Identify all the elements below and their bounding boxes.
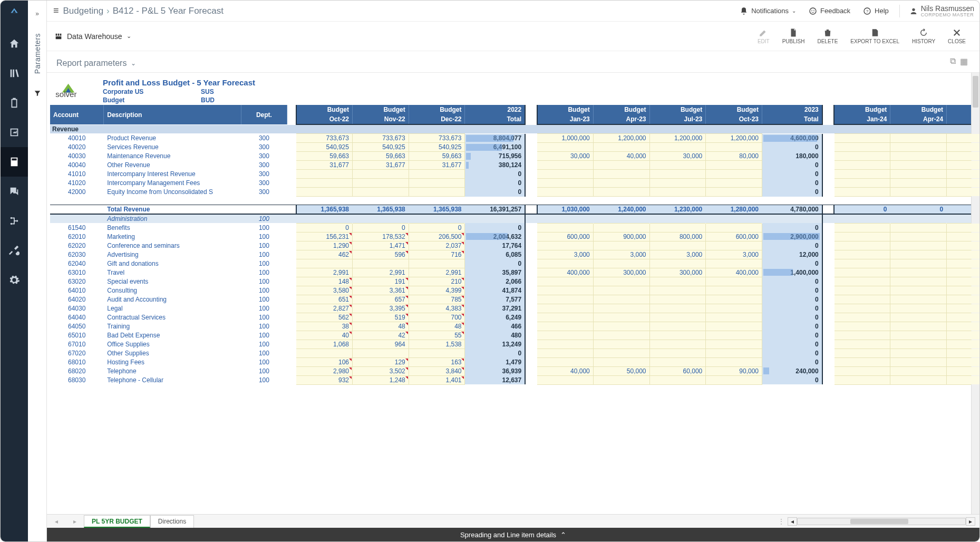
editable-cell[interactable] [352,170,409,179]
editable-cell[interactable] [890,143,947,152]
editable-cell[interactable]: 30,000 [649,152,706,161]
editable-cell[interactable]: 400,000 [706,268,762,277]
editable-cell[interactable]: 42 [352,331,409,340]
editable-cell[interactable]: 129 [352,357,409,366]
editable-cell[interactable]: 0 [409,223,465,232]
editable-cell[interactable]: 40,000 [593,152,649,161]
editable-cell[interactable] [593,357,649,366]
sheet-scroll-area[interactable]: solver Profit and Loss Budget - 5 Year F… [47,72,979,514]
grid-view-icon[interactable]: ▦ [960,56,968,66]
editable-cell[interactable] [834,143,890,152]
horizontal-scrollbar[interactable]: ⋮ ◂ ▸ [775,515,979,528]
editable-cell[interactable]: 716 [409,250,465,259]
help-button[interactable]: ? Help [857,7,895,15]
editable-cell[interactable] [890,349,947,357]
editable-cell[interactable] [947,322,979,331]
editable-cell[interactable]: 657 [352,295,409,304]
editable-cell[interactable]: 4,383 [409,304,465,313]
editable-cell[interactable] [947,250,979,259]
editable-cell[interactable] [537,223,594,232]
editable-cell[interactable] [834,295,890,304]
filter-icon[interactable] [34,90,41,99]
editable-cell[interactable] [649,295,706,304]
editable-cell[interactable]: 3,000 [706,250,762,259]
export-excel-button[interactable]: EXPORT TO EXCEL [844,28,906,44]
nav-calculator-icon[interactable] [1,147,28,177]
history-button[interactable]: HISTORY [906,28,942,44]
editable-cell[interactable] [834,349,890,357]
editable-cell[interactable] [947,241,979,250]
editable-cell[interactable] [593,223,649,232]
editable-cell[interactable] [706,161,762,170]
editable-cell[interactable] [890,304,947,313]
editable-cell[interactable]: 733,673 [296,134,353,143]
editable-cell[interactable]: 600,000 [706,232,762,241]
editable-cell[interactable] [409,188,465,197]
editable-cell[interactable] [706,313,762,322]
editable-cell[interactable]: 3,000 [593,250,649,259]
editable-cell[interactable] [947,143,979,152]
editable-cell[interactable] [834,223,890,232]
editable-cell[interactable]: 30,000 [537,152,594,161]
editable-cell[interactable] [706,241,762,250]
editable-cell[interactable]: 733,673 [409,134,465,143]
editable-cell[interactable]: 2,991 [409,268,465,277]
nav-library-icon[interactable] [1,59,28,88]
editable-cell[interactable]: 80,000 [706,152,762,161]
editable-cell[interactable] [706,322,762,331]
editable-cell[interactable]: 106 [296,357,353,366]
editable-cell[interactable]: 2,980 [296,366,353,375]
editable-cell[interactable] [537,170,594,179]
editable-cell[interactable] [537,161,594,170]
editable-cell[interactable]: 540,925 [352,143,409,152]
editable-cell[interactable] [947,304,979,313]
editable-cell[interactable]: 651 [296,295,353,304]
editable-cell[interactable] [649,357,706,366]
editable-cell[interactable]: 59,663 [409,152,465,161]
breadcrumb-root[interactable]: Budgeting [63,6,104,16]
editable-cell[interactable]: 1,000,000 [537,134,594,143]
editable-cell[interactable]: 1,068 [296,340,353,349]
editable-cell[interactable]: 932 [296,375,353,384]
editable-cell[interactable] [352,349,409,357]
editable-cell[interactable] [649,161,706,170]
editable-cell[interactable] [890,259,947,268]
editable-cell[interactable] [890,250,947,259]
editable-cell[interactable]: 519 [352,313,409,322]
editable-cell[interactable]: 31,677 [409,161,465,170]
editable-cell[interactable]: 40 [296,331,353,340]
editable-cell[interactable] [890,295,947,304]
editable-cell[interactable]: 206,500 [409,232,465,241]
editable-cell[interactable] [537,179,594,188]
editable-cell[interactable] [649,286,706,295]
editable-cell[interactable] [593,241,649,250]
tab-directions[interactable]: Directions [150,515,194,528]
editable-cell[interactable] [890,286,947,295]
editable-cell[interactable] [706,143,762,152]
editable-cell[interactable]: 3,502 [352,366,409,375]
editable-cell[interactable]: 1,471 [352,241,409,250]
editable-cell[interactable] [834,179,890,188]
editable-cell[interactable]: 1,401 [409,375,465,384]
editable-cell[interactable] [706,331,762,340]
editable-cell[interactable] [890,188,947,197]
editable-cell[interactable]: 3,000 [537,250,594,259]
editable-cell[interactable] [537,286,594,295]
editable-cell[interactable]: 900,000 [593,232,649,241]
editable-cell[interactable]: 31,677 [352,161,409,170]
editable-cell[interactable] [947,170,979,179]
editable-cell[interactable] [947,357,979,366]
editable-cell[interactable] [947,340,979,349]
editable-cell[interactable]: 2,991 [296,268,353,277]
editable-cell[interactable]: 540,925 [409,143,465,152]
editable-cell[interactable] [537,295,594,304]
editable-cell[interactable] [537,259,594,268]
editable-cell[interactable] [593,375,649,384]
editable-cell[interactable] [649,331,706,340]
publish-button[interactable]: PUBLISH [776,28,811,44]
editable-cell[interactable]: 964 [352,340,409,349]
editable-cell[interactable] [706,170,762,179]
editable-cell[interactable] [593,304,649,313]
editable-cell[interactable] [890,152,947,161]
editable-cell[interactable] [947,366,979,375]
